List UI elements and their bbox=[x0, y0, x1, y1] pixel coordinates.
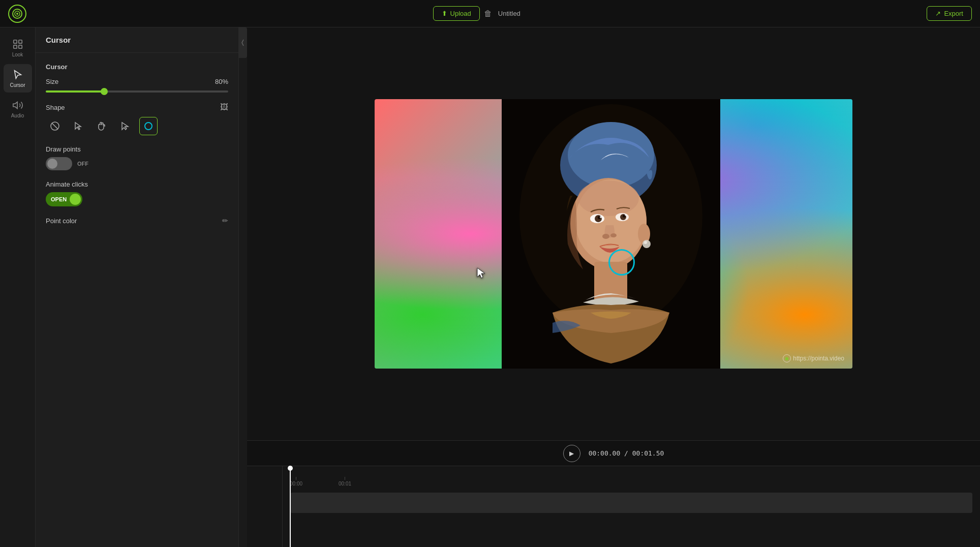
painting-overlay bbox=[502, 99, 720, 369]
panel-header: Cursor bbox=[36, 27, 238, 53]
top-bar-right: ↗ Export bbox=[927, 6, 972, 21]
svg-point-25 bbox=[625, 214, 627, 216]
sidebar-item-cursor[interactable]: Cursor bbox=[4, 64, 32, 93]
doc-title[interactable]: Untitled bbox=[498, 10, 520, 17]
shape-pointer[interactable] bbox=[116, 117, 134, 135]
svg-point-29 bbox=[642, 240, 651, 248]
slider-fill bbox=[46, 90, 104, 93]
point-color-edit-icon[interactable]: ✏ bbox=[222, 217, 228, 225]
svg-rect-6 bbox=[18, 45, 21, 48]
cursor-section-title: Cursor bbox=[46, 63, 228, 71]
trash-icon[interactable]: 🗑 bbox=[484, 9, 492, 18]
svg-point-30 bbox=[644, 241, 647, 244]
panel-with-handle: Cursor Cursor Size 80% Shape bbox=[36, 27, 247, 547]
playback-bar: ▶ 00:00.00 / 00:01.50 bbox=[247, 440, 980, 466]
timeline-playhead[interactable] bbox=[290, 466, 291, 547]
painting-svg bbox=[502, 99, 720, 369]
panel-content: Cursor Size 80% Shape 🖼 bbox=[36, 53, 238, 547]
draw-points-toggle-label: OFF bbox=[77, 161, 88, 167]
current-time-value: 00:00.00 bbox=[589, 449, 621, 457]
svg-point-24 bbox=[600, 216, 602, 218]
icon-nav: Look Cursor Audio bbox=[0, 27, 36, 547]
slider-thumb[interactable] bbox=[101, 88, 108, 95]
svg-rect-4 bbox=[18, 40, 21, 43]
size-label: Size bbox=[46, 78, 58, 85]
tick-label-1: 00:01 bbox=[339, 481, 351, 487]
app-logo bbox=[8, 5, 26, 23]
look-icon bbox=[12, 39, 23, 50]
size-slider-container bbox=[46, 90, 228, 93]
cursor-label: Cursor bbox=[10, 82, 25, 88]
animate-clicks-toggle[interactable]: OPEN bbox=[46, 192, 82, 206]
svg-rect-3 bbox=[13, 40, 16, 43]
export-icon: ↗ bbox=[935, 10, 941, 17]
size-value: 80% bbox=[215, 78, 228, 85]
tick-label-0: 00:00 bbox=[290, 481, 302, 487]
toggle-knob bbox=[47, 159, 57, 169]
svg-point-27 bbox=[610, 233, 617, 237]
audio-icon bbox=[12, 100, 23, 111]
svg-point-26 bbox=[602, 234, 609, 239]
animate-clicks-toggle-knob bbox=[70, 194, 81, 205]
timeline-content[interactable]: 00:00 00:01 bbox=[283, 466, 980, 547]
top-bar-left bbox=[8, 5, 26, 23]
audio-label: Audio bbox=[11, 113, 24, 118]
svg-point-10 bbox=[145, 123, 152, 130]
canvas-area: ◉ https://pointa.video ▶ 00:00.00 / 00:0… bbox=[247, 27, 980, 547]
svg-line-9 bbox=[52, 123, 58, 129]
shape-hand[interactable] bbox=[93, 117, 111, 135]
animate-clicks-toggle-label: OPEN bbox=[51, 196, 67, 202]
sidebar-item-audio[interactable]: Audio bbox=[4, 95, 32, 123]
shape-arrow[interactable] bbox=[69, 117, 87, 135]
upload-button[interactable]: ⬆ Upload bbox=[433, 6, 480, 21]
svg-rect-32 bbox=[594, 262, 627, 302]
timeline-ruler: 00:00 00:01 bbox=[283, 476, 980, 489]
watermark: ◉ https://pointa.video bbox=[783, 354, 844, 362]
svg-rect-5 bbox=[13, 45, 16, 48]
animate-clicks-label: Animate clicks bbox=[46, 180, 228, 188]
slider-track bbox=[46, 90, 228, 93]
svg-point-17 bbox=[578, 180, 639, 216]
video-frame: ◉ https://pointa.video bbox=[375, 99, 852, 369]
size-row: Size 80% bbox=[46, 78, 228, 85]
point-color-row: Point color ✏ bbox=[46, 217, 228, 225]
draw-points-toggle[interactable] bbox=[46, 157, 72, 170]
look-label: Look bbox=[12, 52, 23, 57]
timeline-track bbox=[290, 493, 972, 513]
watermark-icon: ◉ bbox=[783, 354, 791, 362]
video-container: ◉ https://pointa.video bbox=[247, 27, 980, 440]
point-color-label: Point color bbox=[46, 217, 77, 225]
timeline-tick-0: 00:00 bbox=[290, 477, 302, 487]
draw-points-toggle-row: OFF bbox=[46, 157, 228, 170]
shape-none[interactable] bbox=[46, 117, 64, 135]
svg-marker-7 bbox=[13, 102, 17, 108]
top-bar: ⬆ Upload 🗑 Untitled ↗ Export bbox=[0, 0, 980, 27]
top-bar-center: ⬆ Upload 🗑 Untitled bbox=[433, 6, 520, 21]
shape-label: Shape bbox=[46, 104, 65, 111]
shape-icons bbox=[46, 117, 228, 135]
play-icon: ▶ bbox=[569, 450, 574, 457]
timeline-left bbox=[247, 466, 283, 547]
draw-points-section: Draw points OFF bbox=[46, 145, 228, 170]
main-layout: Look Cursor Audio Cursor Cursor bbox=[0, 27, 980, 547]
current-time: 00:00.00 / 00:01.50 bbox=[589, 449, 664, 457]
svg-point-2 bbox=[16, 13, 18, 15]
cursor-icon bbox=[12, 69, 23, 80]
shape-row: Shape 🖼 bbox=[46, 103, 228, 112]
watermark-text: https://pointa.video bbox=[793, 355, 844, 362]
timeline-tick-1: 00:01 bbox=[339, 477, 351, 487]
timeline: 00:00 00:01 bbox=[247, 466, 980, 547]
upload-icon: ⬆ bbox=[442, 10, 447, 17]
panel-collapse-handle[interactable] bbox=[239, 27, 247, 58]
cursor-panel: Cursor Cursor Size 80% Shape bbox=[36, 27, 239, 547]
shape-circle[interactable] bbox=[139, 117, 158, 135]
shape-image-icon[interactable]: 🖼 bbox=[220, 103, 228, 112]
export-label: Export bbox=[944, 10, 963, 17]
animate-clicks-section: Animate clicks OPEN bbox=[46, 180, 228, 206]
export-button[interactable]: ↗ Export bbox=[927, 6, 972, 21]
sidebar-item-look[interactable]: Look bbox=[4, 34, 32, 62]
upload-label: Upload bbox=[450, 10, 471, 17]
draw-points-label: Draw points bbox=[46, 145, 228, 153]
play-button[interactable]: ▶ bbox=[563, 445, 580, 462]
time-separator: / bbox=[624, 449, 632, 457]
